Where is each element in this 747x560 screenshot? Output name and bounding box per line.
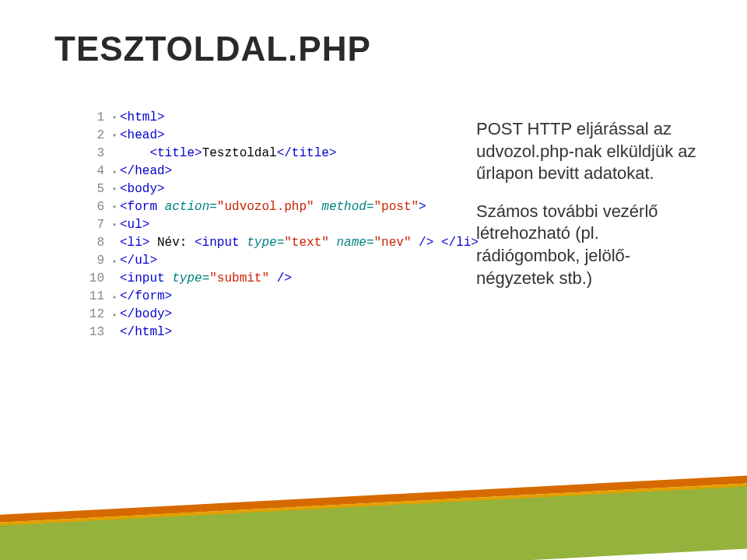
line-number: 8 bbox=[70, 234, 109, 252]
code-line: 1▾<html> bbox=[70, 109, 444, 127]
line-number: 5 bbox=[70, 180, 109, 198]
fold-icon: ▾ bbox=[109, 216, 120, 234]
code-content: <html> bbox=[120, 109, 444, 127]
fold-icon: ▴ bbox=[109, 252, 120, 270]
fold-icon: ▾ bbox=[109, 180, 120, 198]
code-content: <body> bbox=[120, 180, 444, 198]
code-line: 10<input type="submit" /> bbox=[70, 270, 444, 288]
code-line: 7▾<ul> bbox=[70, 216, 444, 234]
code-line: 11▴</form> bbox=[70, 288, 444, 306]
fold-icon: ▾ bbox=[109, 198, 120, 216]
line-number: 6 bbox=[70, 198, 109, 216]
decorative-stripes bbox=[0, 467, 747, 560]
code-content: <head> bbox=[120, 127, 444, 145]
code-content: </ul> bbox=[120, 252, 444, 270]
slide: TESZTOLDAL.PHP 1▾<html>2▾<head>3 <title>… bbox=[0, 0, 747, 560]
code-content: <input type="submit" /> bbox=[120, 270, 444, 288]
line-number: 10 bbox=[70, 270, 109, 288]
fold-icon bbox=[109, 234, 120, 252]
line-number: 9 bbox=[70, 252, 109, 270]
fold-icon bbox=[109, 324, 120, 341]
code-listing: 1▾<html>2▾<head>3 <title>Tesztoldal</tit… bbox=[70, 109, 444, 341]
code-content: </html> bbox=[120, 324, 444, 341]
code-line: 5▾<body> bbox=[70, 180, 444, 198]
code-content: <title>Tesztoldal</title> bbox=[120, 145, 444, 163]
fold-icon bbox=[109, 270, 120, 288]
line-number: 7 bbox=[70, 216, 109, 234]
desc-paragraph-1: POST HTTP eljárással az udvozol.php-nak … bbox=[476, 118, 702, 185]
page-title: TESZTOLDAL.PHP bbox=[54, 30, 371, 68]
fold-icon: ▾ bbox=[109, 127, 120, 145]
code-content: </head> bbox=[120, 163, 444, 180]
line-number: 3 bbox=[70, 145, 109, 163]
line-number: 11 bbox=[70, 288, 109, 306]
code-line: 13</html> bbox=[70, 324, 444, 341]
code-line: 4▴</head> bbox=[70, 163, 444, 180]
line-number: 4 bbox=[70, 163, 109, 180]
code-content: </body> bbox=[120, 306, 444, 324]
fold-icon bbox=[109, 145, 120, 163]
line-number: 12 bbox=[70, 306, 109, 324]
code-content: <ul> bbox=[120, 216, 444, 234]
fold-icon: ▴ bbox=[109, 306, 120, 324]
fold-icon: ▴ bbox=[109, 163, 120, 180]
code-line: 8<li> Név: <input type="text" name="nev"… bbox=[70, 234, 444, 252]
desc-paragraph-2: Számos további vezérlő létrehozható (pl.… bbox=[476, 201, 702, 289]
code-content: <li> Név: <input type="text" name="nev" … bbox=[120, 234, 479, 252]
line-number: 13 bbox=[70, 324, 109, 341]
code-line: 2▾<head> bbox=[70, 127, 444, 145]
code-line: 9▴</ul> bbox=[70, 252, 444, 270]
line-number: 2 bbox=[70, 127, 109, 145]
code-line: 6▾<form action="udvozol.php" method="pos… bbox=[70, 198, 444, 216]
code-content: <form action="udvozol.php" method="post"… bbox=[120, 198, 444, 216]
fold-icon: ▴ bbox=[109, 288, 120, 306]
fold-icon: ▾ bbox=[109, 109, 120, 127]
code-line: 12▴</body> bbox=[70, 306, 444, 324]
code-line: 3 <title>Tesztoldal</title> bbox=[70, 145, 444, 163]
code-content: </form> bbox=[120, 288, 444, 306]
line-number: 1 bbox=[70, 109, 109, 127]
description: POST HTTP eljárással az udvozol.php-nak … bbox=[476, 118, 702, 305]
